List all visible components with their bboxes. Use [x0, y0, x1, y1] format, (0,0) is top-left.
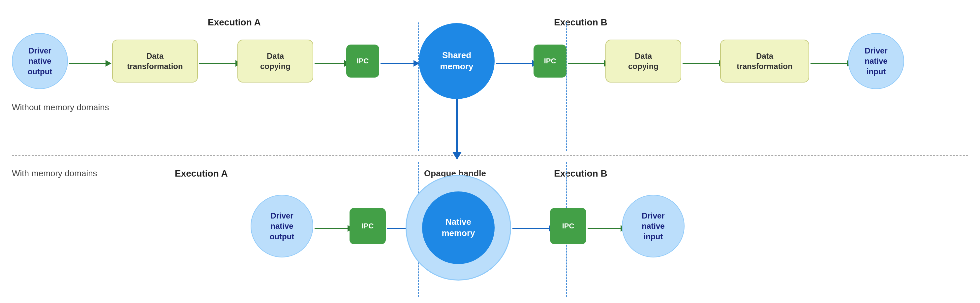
with-memory-domains-label: With memory domains [12, 168, 97, 179]
arrow-12 [588, 225, 627, 232]
shared-memory-node: Shared memory [419, 23, 495, 99]
driver-native-input-top: Driver native input [848, 33, 904, 89]
execution-a-bottom-label: Execution A [175, 168, 228, 179]
v-dotted-right [566, 22, 567, 151]
driver-native-input-bottom: Driver native input [622, 195, 684, 257]
without-memory-domains-label: Without memory domains [12, 102, 109, 113]
data-transformation-1: Datatransformation [112, 40, 198, 83]
section-divider [12, 155, 968, 156]
data-copying-1: Datacopying [237, 40, 313, 83]
driver-native-output-bottom: Driver native output [251, 195, 313, 257]
data-copying-2: Datacopying [605, 40, 681, 83]
execution-a-top-label: Execution A [208, 17, 261, 28]
arrow-8 [810, 60, 853, 67]
arrow-3 [315, 60, 350, 67]
native-memory-node: Native memory [422, 191, 495, 264]
ipc-2-top: IPC [533, 45, 566, 78]
ipc-1-top: IPC [346, 45, 379, 78]
ipc-4-bottom: IPC [550, 208, 586, 244]
arrow-4 [380, 60, 420, 67]
execution-b-top-label: Execution B [554, 17, 608, 28]
v-arrow-down [452, 99, 461, 160]
v-dotted-left [418, 22, 419, 151]
data-transformation-2: Datatransformation [720, 40, 809, 83]
driver-native-output-top: Driver native output [12, 33, 68, 89]
ipc-3-bottom: IPC [350, 208, 386, 244]
arrow-6 [568, 60, 610, 67]
execution-b-bottom-label: Execution B [554, 168, 608, 179]
arrow-2 [199, 60, 241, 67]
arrow-9 [315, 225, 353, 232]
arrow-11 [512, 225, 555, 232]
arrow-1 [69, 60, 111, 67]
arrow-7 [682, 60, 725, 67]
arrow-5 [496, 60, 538, 67]
diagram-container: Without memory domains With memory domai… [0, 0, 980, 303]
